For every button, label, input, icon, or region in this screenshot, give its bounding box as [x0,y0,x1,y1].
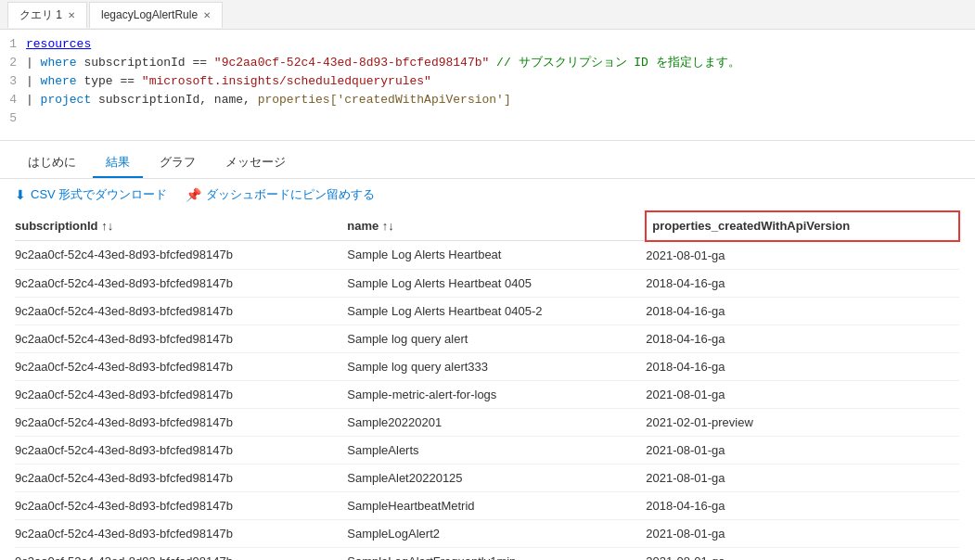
name-cell: Sample20220201 [347,408,646,436]
properties-cell: 2018-04-16-ga [646,325,959,352]
properties-cell: 2021-08-01-ga [646,380,959,408]
table-row: 9c2aa0cf-52c4-43ed-8d93-bfcfed98147bSamp… [15,436,959,464]
result-tab[interactable]: 結果 [93,148,143,178]
pin-dashboard-button[interactable]: 📌ダッシュボードにピン留めする [186,186,375,203]
properties-cell: 2021-08-01-ga [646,464,959,491]
code-editor[interactable]: 1resources2| where subscriptionId == "9c… [0,30,975,141]
name-cell: Sample Log Alerts Heartbeat [347,241,646,270]
table-row: 9c2aa0cf-52c4-43ed-8d93-bfcfed98147bSamp… [15,325,959,352]
line-number: 4 [0,92,26,108]
subscription-id-cell: 9c2aa0cf-52c4-43ed-8d93-bfcfed98147b [15,241,347,270]
code-token: | [26,56,41,70]
properties-cell: 2018-04-16-ga [646,297,959,325]
code-content: | where subscriptionId == "9c2aa0cf-52c4… [26,55,975,71]
table-row: 9c2aa0cf-52c4-43ed-8d93-bfcfed98147bSamp… [15,241,959,270]
tab-label: legacyLogAlertRule [101,8,198,21]
download-icon: ⬇ [15,187,26,202]
code-token: where [41,56,77,70]
name-cell: Sample log query alert [347,325,646,352]
code-token: | [26,93,41,107]
properties-cell: 2021-08-01-ga [646,241,959,270]
download-csv-button[interactable]: ⬇CSV 形式でダウンロード [15,186,167,203]
table-header-properties[interactable]: properties_createdWithApiVersion [646,211,959,241]
subscription-id-cell: 9c2aa0cf-52c4-43ed-8d93-bfcfed98147b [15,380,347,408]
result-tab[interactable]: グラフ [147,148,209,178]
properties-cell: 2018-04-16-ga [646,491,959,519]
code-line: 3| where type == "microsoft.insights/sch… [0,72,975,91]
pin-label: ダッシュボードにピン留めする [206,186,375,203]
table-row: 9c2aa0cf-52c4-43ed-8d93-bfcfed98147bSamp… [15,408,959,436]
code-line: 5 [0,109,975,128]
name-cell: SampleLogAlertFrequently1min [347,547,646,560]
result-tabs: はじめに結果グラフメッセージ [0,141,975,179]
code-token: subscriptionId == [77,56,214,70]
code-token: | [26,74,41,88]
name-cell: SampleAlet20220125 [347,464,646,491]
code-content: | project subscriptionId, name, properti… [26,92,975,108]
download-label: CSV 形式でダウンロード [31,186,167,203]
name-cell: Sample-metric-alert-for-logs [347,380,646,408]
table-header-name[interactable]: name ↑↓ [347,211,646,241]
result-tab[interactable]: メッセージ [212,148,299,178]
toolbar: ⬇CSV 形式でダウンロード📌ダッシュボードにピン留めする [0,179,975,210]
result-tab[interactable]: はじめに [15,148,89,178]
code-content: | where type == "microsoft.insights/sche… [26,73,975,90]
subscription-id-cell: 9c2aa0cf-52c4-43ed-8d93-bfcfed98147b [15,352,347,380]
table-row: 9c2aa0cf-52c4-43ed-8d93-bfcfed98147bSamp… [15,380,959,408]
code-line: 2| where subscriptionId == "9c2aa0cf-52c… [0,54,975,72]
editor-tab[interactable]: クエリ 1✕ [7,2,87,28]
name-cell: SampleLogAlert2 [347,519,646,547]
name-cell: Sample Log Alerts Heartbeat 0405-2 [347,297,646,325]
subscription-id-cell: 9c2aa0cf-52c4-43ed-8d93-bfcfed98147b [15,547,347,560]
tab-bar: クエリ 1✕legacyLogAlertRule✕ [0,0,975,30]
code-line: 4| project subscriptionId, name, propert… [0,91,975,109]
properties-cell: 2021-08-01-ga [646,436,959,464]
close-icon[interactable]: ✕ [203,10,211,20]
code-token: "microsoft.insights/scheduledqueryrules" [142,74,431,88]
subscription-id-cell: 9c2aa0cf-52c4-43ed-8d93-bfcfed98147b [15,436,347,464]
results-table: subscriptionId ↑↓name ↑↓properties_creat… [15,210,960,560]
code-token: // サブスクリプション ID を指定します。 [489,56,739,70]
properties-cell: 2021-02-01-preview [646,408,959,436]
name-cell: SampleHeartbeatMetrid [347,491,646,519]
code-token: where [41,74,77,88]
code-line: 1resources [0,35,975,54]
subscription-id-cell: 9c2aa0cf-52c4-43ed-8d93-bfcfed98147b [15,297,347,325]
code-content: resources [26,36,975,53]
table-header-subscriptionId[interactable]: subscriptionId ↑↓ [15,211,347,241]
table-row: 9c2aa0cf-52c4-43ed-8d93-bfcfed98147bSamp… [15,297,959,325]
subscription-id-cell: 9c2aa0cf-52c4-43ed-8d93-bfcfed98147b [15,325,347,352]
line-number: 3 [0,73,26,90]
close-icon[interactable]: ✕ [68,10,75,20]
properties-cell: 2018-04-16-ga [646,352,959,380]
subscription-id-cell: 9c2aa0cf-52c4-43ed-8d93-bfcfed98147b [15,408,347,436]
subscription-id-cell: 9c2aa0cf-52c4-43ed-8d93-bfcfed98147b [15,519,347,547]
properties-cell: 2018-04-16-ga [646,269,959,297]
results-table-container: subscriptionId ↑↓name ↑↓properties_creat… [0,210,975,560]
subscription-id-cell: 9c2aa0cf-52c4-43ed-8d93-bfcfed98147b [15,269,347,297]
tab-label: クエリ 1 [19,7,62,23]
subscription-id-cell: 9c2aa0cf-52c4-43ed-8d93-bfcfed98147b [15,491,347,519]
pin-icon: 📌 [186,187,201,202]
code-token: project [41,93,92,107]
properties-cell: 2021-08-01-ga [646,547,959,560]
code-token: resources [26,37,91,51]
code-token: properties['createdWithApiVersion'] [258,93,511,107]
editor-tab[interactable]: legacyLogAlertRule✕ [89,2,223,28]
line-number: 5 [0,110,26,127]
line-number: 1 [0,36,26,53]
code-token: type == [77,74,142,88]
code-token: "9c2aa0cf-52c4-43ed-8d93-bfcfed98147b" [214,56,489,70]
name-cell: SampleAlerts [347,436,646,464]
properties-cell: 2021-08-01-ga [646,519,959,547]
table-row: 9c2aa0cf-52c4-43ed-8d93-bfcfed98147bSamp… [15,519,959,547]
subscription-id-cell: 9c2aa0cf-52c4-43ed-8d93-bfcfed98147b [15,464,347,491]
name-cell: Sample log query alert333 [347,352,646,380]
table-row: 9c2aa0cf-52c4-43ed-8d93-bfcfed98147bSamp… [15,491,959,519]
table-row: 9c2aa0cf-52c4-43ed-8d93-bfcfed98147bSamp… [15,464,959,491]
table-row: 9c2aa0cf-52c4-43ed-8d93-bfcfed98147bSamp… [15,352,959,380]
table-row: 9c2aa0cf-52c4-43ed-8d93-bfcfed98147bSamp… [15,269,959,297]
table-row: 9c2aa0cf-52c4-43ed-8d93-bfcfed98147bSamp… [15,547,959,560]
code-token: subscriptionId, name, [91,93,257,107]
line-number: 2 [0,55,26,71]
